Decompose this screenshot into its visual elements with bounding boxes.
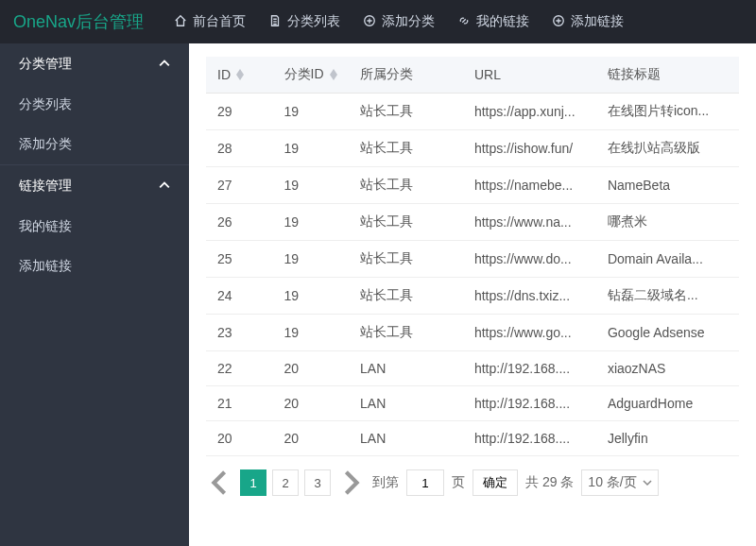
cell-cat_name: LAN: [349, 351, 463, 386]
cell-url: http://192.168....: [463, 351, 596, 386]
sidebar-item[interactable]: 添加链接: [0, 247, 189, 286]
page-next-button[interactable]: [338, 469, 365, 496]
cell-title: 钻磊二级域名...: [596, 278, 739, 315]
cell-title: Domain Availa...: [596, 241, 739, 278]
table-row[interactable]: 2619站长工具https://www.na...哪煮米: [206, 204, 739, 241]
cell-url: https://namebe...: [463, 167, 596, 204]
plus-icon: [552, 14, 565, 30]
chevron-up-icon: [159, 179, 170, 194]
topbar: OneNav后台管理 前台首页分类列表添加分类我的链接添加链接: [0, 0, 756, 43]
page-button-1[interactable]: 1: [240, 469, 266, 496]
link-icon: [457, 14, 471, 30]
table-row[interactable]: 2020LANhttp://192.168....Jellyfin: [206, 421, 739, 456]
cell-title: Google Adsense: [596, 315, 739, 351]
table-row[interactable]: 2120LANhttp://192.168....AdguardHome: [206, 386, 739, 421]
cell-id: 26: [206, 204, 273, 241]
per-page-label: 10 条/页: [588, 474, 636, 491]
table-row[interactable]: 2919站长工具https://app.xunj...在线图片转icon...: [206, 94, 739, 130]
goto-suffix: 页: [452, 474, 465, 491]
sidebar: 分类管理分类列表添加分类链接管理我的链接添加链接: [0, 43, 189, 546]
sidebar-item[interactable]: 添加分类: [0, 125, 189, 164]
col-header-title: 链接标题: [596, 57, 739, 94]
page-button-3[interactable]: 3: [304, 469, 331, 496]
cell-cat_id: 19: [273, 241, 350, 278]
topnav-label: 前台首页: [193, 13, 246, 30]
sort-icon: [330, 69, 337, 80]
home-icon: [174, 14, 187, 30]
cell-id: 28: [206, 130, 273, 167]
cell-cat_id: 19: [273, 130, 350, 167]
cell-url: https://www.na...: [463, 204, 596, 241]
topnav-item-cat-list[interactable]: 分类列表: [259, 8, 350, 36]
cell-cat_name: 站长工具: [349, 315, 463, 351]
cell-id: 24: [206, 278, 273, 315]
cell-cat_id: 19: [273, 94, 350, 130]
cell-id: 21: [206, 386, 273, 421]
cell-title: Jellyfin: [596, 421, 739, 456]
cell-cat_id: 20: [273, 421, 350, 456]
col-header-cat_id[interactable]: 分类ID: [273, 57, 350, 94]
cell-cat_name: 站长工具: [349, 167, 463, 204]
per-page-select[interactable]: 10 条/页: [581, 469, 658, 496]
table-header-row: ID分类ID所属分类URL链接标题: [206, 57, 739, 94]
col-label: ID: [217, 67, 231, 82]
cell-cat_id: 20: [273, 351, 350, 386]
total-count: 共 29 条: [525, 474, 574, 491]
cell-url: https://dns.txiz...: [463, 278, 596, 315]
table-row[interactable]: 2319站长工具https://www.go...Google Adsense: [206, 315, 739, 351]
cell-title: 在线图片转icon...: [596, 94, 739, 130]
links-table: ID分类ID所属分类URL链接标题 2919站长工具https://app.xu…: [206, 57, 739, 456]
goto-prefix: 到第: [372, 474, 399, 491]
topnav-item-frontend[interactable]: 前台首页: [164, 8, 255, 36]
sidebar-group-title: 分类管理: [19, 56, 72, 73]
table-row[interactable]: 2419站长工具https://dns.txiz...钻磊二级域名...: [206, 278, 739, 315]
topnav-label: 我的链接: [476, 13, 529, 30]
topnav-item-add-link[interactable]: 添加链接: [542, 8, 633, 36]
table-row[interactable]: 2220LANhttp://192.168....xiaozNAS: [206, 351, 739, 386]
col-header-url: URL: [463, 57, 596, 94]
table-row[interactable]: 2819站长工具https://ishow.fun/在线扒站高级版: [206, 130, 739, 167]
topnav: 前台首页分类列表添加分类我的链接添加链接: [164, 8, 633, 36]
cell-id: 29: [206, 94, 273, 130]
topnav-label: 添加分类: [382, 13, 435, 30]
main-content: ID分类ID所属分类URL链接标题 2919站长工具https://app.xu…: [189, 43, 756, 546]
cell-cat_id: 19: [273, 315, 350, 351]
page-button-2[interactable]: 2: [272, 469, 299, 496]
cell-url: https://ishow.fun/: [463, 130, 596, 167]
cell-title: 在线扒站高级版: [596, 130, 739, 167]
cell-title: NameBeta: [596, 167, 739, 204]
sidebar-group-title: 链接管理: [19, 178, 72, 195]
goto-page-input[interactable]: [406, 469, 444, 496]
cell-id: 27: [206, 167, 273, 204]
page-buttons: 123: [240, 469, 331, 496]
sort-icon: [236, 69, 244, 80]
sidebar-item[interactable]: 我的链接: [0, 207, 189, 247]
goto-confirm-button[interactable]: 确定: [472, 469, 518, 496]
cell-cat_name: 站长工具: [349, 94, 463, 130]
sidebar-group-header[interactable]: 链接管理: [0, 165, 189, 207]
sidebar-item[interactable]: 分类列表: [0, 85, 189, 125]
col-label: 所属分类: [360, 66, 413, 83]
topnav-item-add-cat[interactable]: 添加分类: [353, 8, 444, 36]
cell-title: xiaozNAS: [596, 351, 739, 386]
col-label: URL: [474, 67, 501, 82]
cell-title: 哪煮米: [596, 204, 739, 241]
pagination: 123 到第 页 确定 共 29 条 10 条/页: [206, 456, 739, 500]
table-row[interactable]: 2519站长工具https://www.do...Domain Availa..…: [206, 241, 739, 278]
col-header-id[interactable]: ID: [206, 57, 273, 94]
topnav-item-my-links[interactable]: 我的链接: [448, 8, 539, 36]
cell-cat_name: LAN: [349, 421, 463, 456]
cell-cat_name: 站长工具: [349, 278, 463, 315]
sidebar-group-header[interactable]: 分类管理: [0, 43, 189, 85]
table-row[interactable]: 2719站长工具https://namebe...NameBeta: [206, 167, 739, 204]
topnav-label: 添加链接: [571, 13, 624, 30]
cell-id: 20: [206, 421, 273, 456]
cell-cat_id: 19: [273, 278, 350, 315]
chevron-up-icon: [159, 57, 170, 72]
chevron-down-icon: [643, 475, 652, 490]
cell-url: https://app.xunj...: [463, 94, 596, 130]
cell-cat_name: LAN: [349, 386, 463, 421]
page-prev-button[interactable]: [206, 469, 232, 496]
cell-cat_id: 20: [273, 386, 350, 421]
cell-cat_name: 站长工具: [349, 130, 463, 167]
